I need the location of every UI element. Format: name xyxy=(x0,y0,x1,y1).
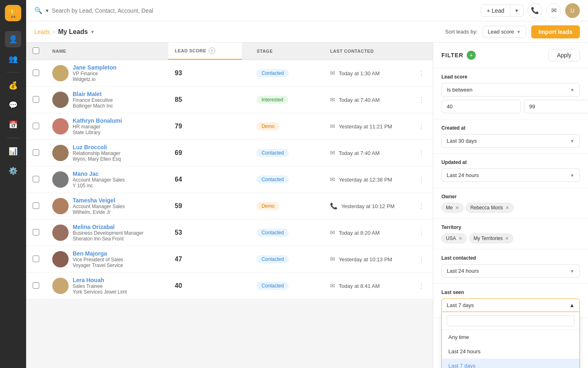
row-menu-button[interactable]: ⋮ xyxy=(416,70,426,77)
sidebar-item-deals[interactable]: 💰 xyxy=(5,77,21,94)
col-header-contacted: LAST CONTACTED xyxy=(323,43,410,60)
territory-tag-usa-remove[interactable]: ✕ xyxy=(459,236,462,241)
table-row: Kathryn Bonalumi HR manager State Librar… xyxy=(26,113,433,140)
row-menu-button[interactable]: ⋮ xyxy=(416,123,426,130)
lead-info: Mano Jac Account Manager Sales Y 105 inc xyxy=(73,171,125,188)
app-logo[interactable]: 🏆 xyxy=(5,5,21,21)
lead-company: Wynn, Mary Ellen Esq xyxy=(73,156,121,162)
last-seen-chevron-icon: ▲ xyxy=(569,302,575,308)
last-contacted-value: Last 24 hours xyxy=(447,268,479,274)
row-checkbox[interactable] xyxy=(33,149,39,156)
lead-name-cell: Kathryn Bonalumi HR manager State Librar… xyxy=(46,113,168,140)
lead-name-cell: Lera Houah Sales Trainee York Services J… xyxy=(46,273,168,299)
owner-tag-me-remove[interactable]: ✕ xyxy=(455,205,459,211)
owner-tag-rebecca: Rebecca Moris ✕ xyxy=(466,203,514,213)
last-seen-select[interactable]: Last 7 days ▲ xyxy=(441,298,580,312)
contacted-icon: ✉ xyxy=(330,176,335,183)
search-dropdown-icon[interactable]: ▼ xyxy=(45,8,49,13)
select-all-checkbox[interactable] xyxy=(33,47,39,54)
lead-name[interactable]: Lera Houah xyxy=(73,277,127,283)
row-menu-button[interactable]: ⋮ xyxy=(416,203,426,210)
sidebar-item-reports[interactable]: 📊 xyxy=(5,143,21,159)
row-checkbox[interactable] xyxy=(33,123,39,129)
lead-score-value: 93 xyxy=(175,70,182,76)
lead-name[interactable]: Luz Broccoli xyxy=(73,144,121,150)
row-checkbox[interactable] xyxy=(33,256,39,262)
row-menu-button[interactable]: ⋮ xyxy=(416,150,426,157)
row-menu-button[interactable]: ⋮ xyxy=(416,176,426,183)
mail-icon-button[interactable]: ✉ xyxy=(546,3,561,18)
row-checkbox-cell xyxy=(26,60,46,87)
lead-name-cell: Tamesha Veigel Account Manager Sales Wil… xyxy=(46,193,168,220)
lead-name[interactable]: Tamesha Veigel xyxy=(73,197,125,204)
lead-name[interactable]: Kathryn Bonalumi xyxy=(73,117,122,124)
apply-button[interactable]: Apply xyxy=(548,49,580,61)
import-leads-button[interactable]: Import leads xyxy=(531,25,580,38)
lead-name[interactable]: Jane Sampleton xyxy=(73,64,116,71)
row-checkbox[interactable] xyxy=(33,229,39,236)
last-seen-search-input[interactable] xyxy=(447,315,575,326)
row-checkbox[interactable] xyxy=(33,282,39,289)
lead-score-min-input[interactable] xyxy=(441,100,521,113)
search-icon[interactable]: 🔍 xyxy=(34,7,42,14)
lead-score-condition-select[interactable]: Is between ▼ xyxy=(441,83,580,96)
updated-at-select[interactable]: Last 24 hours ▼ xyxy=(441,168,580,182)
lead-score-cell: 64 xyxy=(168,166,250,193)
row-menu-button[interactable]: ⋮ xyxy=(416,256,426,263)
row-checkbox[interactable] xyxy=(33,70,39,76)
table-row: Tamesha Veigel Account Manager Sales Wil… xyxy=(26,193,433,220)
row-checkbox[interactable] xyxy=(33,96,39,103)
col-header-name: NAME xyxy=(46,43,168,60)
lead-avatar xyxy=(52,65,69,81)
add-lead-button[interactable]: + Lead xyxy=(481,5,510,16)
lead-name[interactable]: Blair Malet xyxy=(73,91,113,97)
contacted-time: Today at 7:40 AM xyxy=(339,150,379,156)
row-menu-button[interactable]: ⋮ xyxy=(416,283,426,289)
last-seen-option-last-7-days[interactable]: Last 7 days xyxy=(442,359,579,368)
breadcrumb-current-label: My Leads xyxy=(58,28,88,36)
filter-section-lead-score: Lead score Is between ▼ xyxy=(433,68,588,119)
table-row: Melina Orizabal Business Development Man… xyxy=(26,220,433,246)
breadcrumb-dropdown-icon: ▼ xyxy=(90,29,95,34)
lead-name[interactable]: Ben Majorga xyxy=(73,250,123,257)
sidebar-item-settings[interactable]: ⚙️ xyxy=(5,163,21,179)
territory-tag-my-territories-remove[interactable]: ✕ xyxy=(505,236,509,241)
row-menu-button[interactable]: ⋮ xyxy=(416,96,426,103)
breadcrumb-leads[interactable]: Leads xyxy=(34,29,50,35)
phone-icon-button[interactable]: 📞 xyxy=(528,3,542,18)
sort-select[interactable]: Lead score ▼ xyxy=(483,26,526,38)
lead-name[interactable]: Mano Jac xyxy=(73,171,125,177)
lead-score-max-input[interactable] xyxy=(524,100,588,113)
lead-score-range-row xyxy=(441,100,580,113)
territory-tag-usa: USA ✕ xyxy=(441,233,467,243)
lead-name[interactable]: Melina Orizabal xyxy=(73,224,143,230)
lead-name-cell: Blair Malet Finance Executive Bollinger … xyxy=(46,87,168,113)
filter-add-button[interactable]: + xyxy=(467,51,476,60)
contacted-time: Yesterday at 10:13 PM xyxy=(339,256,392,263)
sidebar-item-calendar[interactable]: 📅 xyxy=(5,117,21,133)
search-input[interactable] xyxy=(52,7,174,14)
lead-row-menu-cell: ⋮ xyxy=(410,193,433,220)
row-checkbox[interactable] xyxy=(33,176,39,182)
add-lead-dropdown-button[interactable]: ▼ xyxy=(510,6,523,16)
sidebar-item-messages[interactable]: 💬 xyxy=(5,97,21,113)
lead-avatar xyxy=(52,145,69,161)
last-seen-option-any-time[interactable]: Any time xyxy=(442,330,579,344)
last-contacted-select[interactable]: Last 24 hours ▼ xyxy=(441,264,580,278)
filter-section-owner: Owner Me ✕ Rebecca Moris ✕ xyxy=(433,188,588,219)
breadcrumb-current[interactable]: My Leads ▼ xyxy=(58,28,95,36)
lead-score-value: 53 xyxy=(175,229,182,236)
logo-icon: 🏆 xyxy=(8,8,18,18)
row-menu-button[interactable]: ⋮ xyxy=(416,229,426,236)
lead-row-menu-cell: ⋮ xyxy=(410,87,433,113)
sidebar-item-contacts[interactable]: 👥 xyxy=(5,51,21,67)
owner-tag-rebecca-remove[interactable]: ✕ xyxy=(506,205,509,211)
lead-score-label: LEAD SCORE xyxy=(175,48,206,53)
created-at-select[interactable]: Last 30 days ▼ xyxy=(441,134,580,148)
user-avatar-nav[interactable]: U xyxy=(565,3,580,18)
sidebar-item-user[interactable]: 👤 xyxy=(5,31,21,47)
lead-contacted-cell: ✉ Today at 7:40 AM xyxy=(323,140,410,166)
leads-table-container: NAME LEAD SCORE i STAGE LAST CONTACTED xyxy=(26,43,433,368)
row-checkbox[interactable] xyxy=(33,202,39,209)
last-seen-option-last-24-hours[interactable]: Last 24 hours xyxy=(442,344,579,359)
